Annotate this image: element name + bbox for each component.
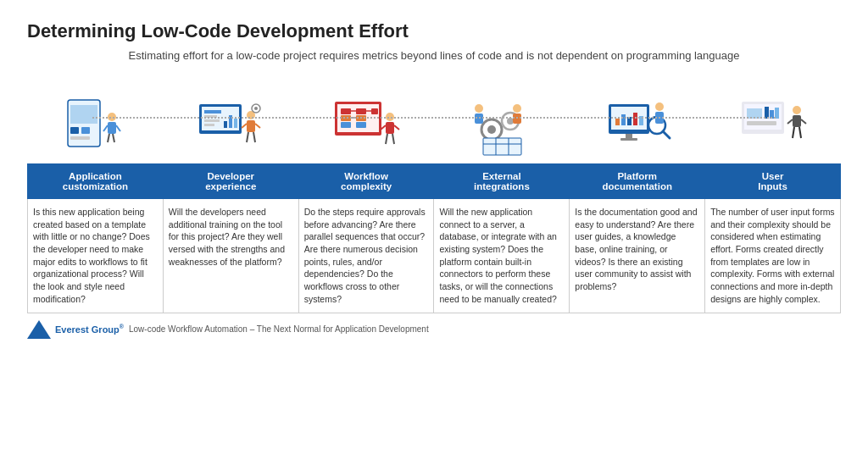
table-header-user-inputs: UserInputs xyxy=(705,164,841,199)
svg-rect-6 xyxy=(108,122,116,134)
svg-rect-60 xyxy=(615,119,620,125)
svg-rect-4 xyxy=(70,136,90,140)
svg-rect-63 xyxy=(633,113,637,125)
main-table: ApplicationcustomizationDeveloperexperie… xyxy=(27,163,841,313)
svg-rect-15 xyxy=(204,119,220,122)
svg-rect-41 xyxy=(386,122,394,134)
page-subtitle: Estimating effort for a low-code project… xyxy=(27,49,841,62)
table-cell-developer-experience: Will the developers need additional trai… xyxy=(163,199,298,313)
svg-line-83 xyxy=(799,127,801,138)
svg-line-45 xyxy=(392,134,394,144)
svg-rect-32 xyxy=(356,108,366,114)
svg-rect-79 xyxy=(793,115,801,127)
footer-logo: Everest Group® xyxy=(27,320,124,339)
svg-line-22 xyxy=(242,124,247,128)
logo-triangle xyxy=(27,320,51,339)
svg-rect-51 xyxy=(475,114,483,124)
svg-point-49 xyxy=(507,118,514,125)
svg-line-81 xyxy=(801,119,806,124)
table-cell-external-integrations: Will the new application connect to a se… xyxy=(434,199,570,313)
table-cell-user-inputs: The number of user input forms and their… xyxy=(705,199,841,313)
svg-line-68 xyxy=(663,131,670,138)
footer-text: Low-code Workflow Automation – The Next … xyxy=(129,324,429,334)
page-title: Determining Low-Code Development Effort xyxy=(27,20,841,42)
svg-rect-1 xyxy=(70,105,97,124)
svg-rect-77 xyxy=(747,121,776,125)
table-header-external-integrations: Externalintegrations xyxy=(434,164,570,199)
svg-point-69 xyxy=(655,102,664,111)
brand-name: Everest Group® xyxy=(55,324,124,335)
table-cell-platform-documentation: Is the documentation good and easy to un… xyxy=(570,199,705,313)
svg-line-7 xyxy=(103,125,108,131)
svg-point-27 xyxy=(254,107,258,110)
svg-rect-65 xyxy=(626,134,632,138)
table-header-workflow-complexity: Workflowcomplexity xyxy=(298,164,434,199)
illustration-external-integrations xyxy=(434,79,570,163)
svg-rect-2 xyxy=(70,127,79,134)
illustration-workflow-complexity xyxy=(298,79,434,163)
table-header-developer-experience: Developerexperience xyxy=(163,164,298,199)
svg-line-43 xyxy=(394,125,399,130)
svg-rect-13 xyxy=(204,110,221,114)
svg-rect-16 xyxy=(204,124,214,126)
table-header-platform-documentation: Platformdocumentation xyxy=(570,164,705,199)
svg-rect-61 xyxy=(621,114,626,125)
illustration-user-inputs xyxy=(705,79,841,163)
svg-rect-39 xyxy=(356,122,366,128)
footer: Everest Group® Low-code Workflow Automat… xyxy=(27,320,841,339)
illustrations-row xyxy=(27,70,841,163)
connector-line xyxy=(92,117,776,119)
svg-line-8 xyxy=(116,125,120,131)
svg-rect-19 xyxy=(234,119,237,128)
svg-rect-30 xyxy=(341,108,351,114)
table-body-row: Is this new application being created ba… xyxy=(28,199,841,313)
svg-line-9 xyxy=(108,134,109,142)
svg-rect-54 xyxy=(483,138,521,155)
svg-rect-53 xyxy=(513,114,521,124)
table-header-row: ApplicationcustomizationDeveloperexperie… xyxy=(28,164,841,199)
svg-rect-17 xyxy=(224,121,227,128)
svg-line-80 xyxy=(787,119,793,124)
svg-rect-3 xyxy=(81,127,90,134)
table-cell-app-customization: Is this new application being created ba… xyxy=(28,199,164,313)
svg-line-82 xyxy=(793,127,794,138)
table-cell-workflow-complexity: Do the steps require approvals before ad… xyxy=(298,199,434,313)
svg-point-78 xyxy=(793,106,801,114)
svg-rect-21 xyxy=(247,120,255,132)
svg-line-23 xyxy=(255,124,260,128)
illustration-developer-experience xyxy=(163,79,298,163)
svg-rect-38 xyxy=(341,122,351,128)
svg-line-10 xyxy=(113,134,114,142)
illustration-platform-documentation xyxy=(570,79,705,163)
illustration-app-customization xyxy=(27,79,163,163)
table-header-app-customization: Applicationcustomization xyxy=(28,164,164,199)
svg-rect-66 xyxy=(620,138,637,141)
svg-point-47 xyxy=(487,125,496,134)
svg-line-44 xyxy=(386,134,387,144)
svg-point-50 xyxy=(475,104,483,113)
svg-point-52 xyxy=(513,104,521,113)
svg-rect-34 xyxy=(371,108,378,114)
svg-line-25 xyxy=(253,132,255,142)
svg-line-24 xyxy=(247,132,248,142)
